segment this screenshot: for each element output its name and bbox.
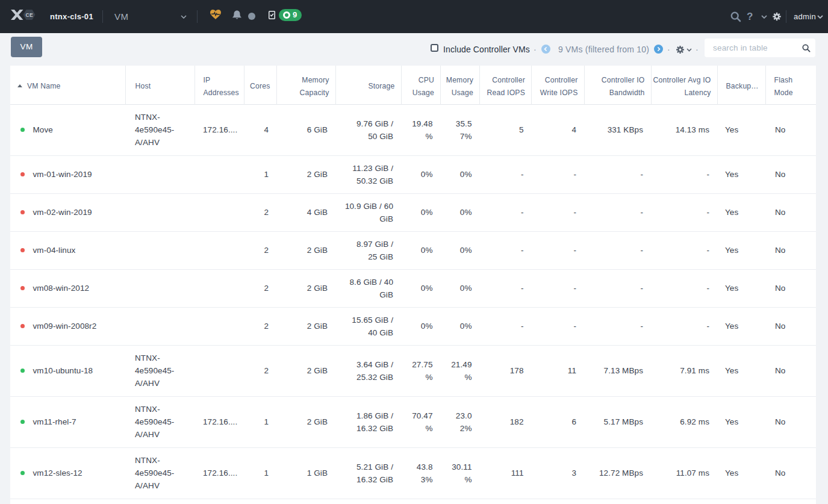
svg-text:CE: CE [25,12,33,18]
